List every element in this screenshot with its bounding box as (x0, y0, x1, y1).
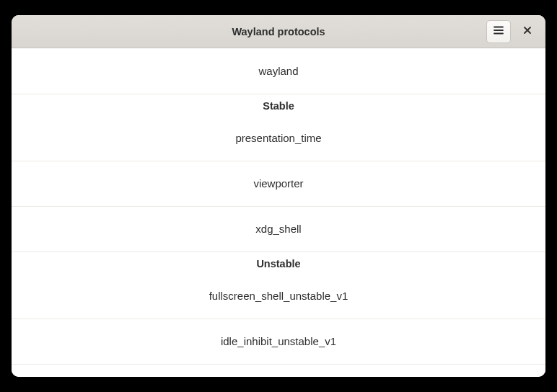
list-item[interactable]: fullscreen_shell_unstable_v1 (12, 273, 545, 318)
list-item[interactable]: presentation_time (12, 115, 545, 161)
list-item-label: fullscreen_shell_unstable_v1 (209, 290, 348, 302)
list-item[interactable]: input_method_unstable_v1 (12, 364, 545, 377)
list-item[interactable]: idle_inhibit_unstable_v1 (12, 318, 545, 364)
list-item[interactable]: viewporter (12, 161, 545, 206)
list-item-label: wayland (258, 65, 298, 77)
menu-button[interactable] (486, 20, 511, 43)
hamburger-icon (493, 24, 504, 39)
list-item-label: viewporter (253, 177, 303, 190)
section-header-label: Unstable (256, 258, 300, 270)
section-header-unstable: Unstable (12, 251, 545, 273)
section-header-label: Stable (263, 100, 294, 112)
list-item[interactable]: wayland (12, 48, 545, 94)
window-title: Wayland protocols (12, 26, 545, 37)
list-item-label: presentation_time (235, 132, 321, 144)
list-item-label: idle_inhibit_unstable_v1 (221, 335, 336, 347)
app-window: Wayland protocols wayland Stable present… (12, 15, 545, 377)
close-icon (522, 25, 532, 37)
close-button[interactable] (515, 20, 540, 43)
protocol-list[interactable]: wayland Stable presentation_time viewpor… (12, 48, 545, 377)
section-header-stable: Stable (12, 94, 545, 115)
headerbar: Wayland protocols (12, 15, 545, 48)
headerbar-controls (486, 20, 545, 43)
list-item-label: xdg_shell (255, 223, 301, 235)
list-item[interactable]: xdg_shell (12, 206, 545, 251)
